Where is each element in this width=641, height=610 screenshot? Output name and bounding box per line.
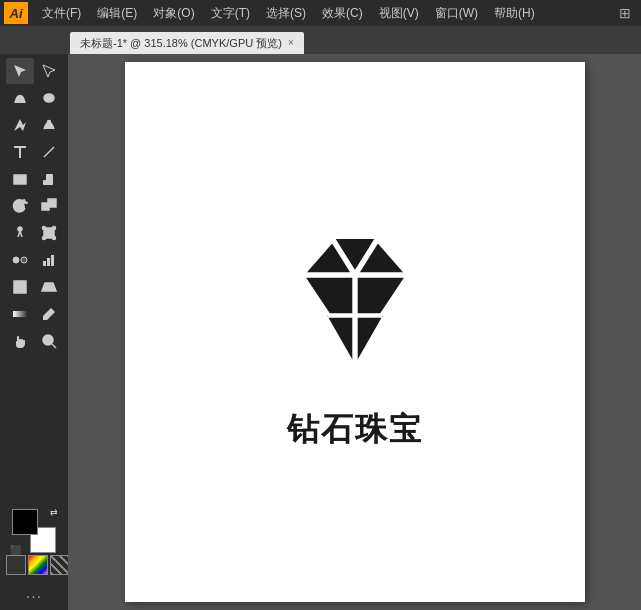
menu-window[interactable]: 窗口(W)	[427, 0, 486, 26]
eraser-tool[interactable]	[35, 166, 63, 192]
line-tool[interactable]	[35, 139, 63, 165]
app-logo: Ai	[4, 2, 28, 24]
blend-tool[interactable]	[6, 247, 34, 273]
gradient-swatch[interactable]	[28, 555, 48, 575]
rect-tool[interactable]	[6, 166, 34, 192]
lasso-tool[interactable]	[35, 85, 63, 111]
svg-rect-4	[14, 175, 26, 184]
foreground-color-swatch[interactable]	[12, 509, 38, 535]
svg-point-12	[52, 227, 55, 230]
menu-select[interactable]: 选择(S)	[258, 0, 314, 26]
hand-tool[interactable]	[6, 328, 34, 354]
curvature-tool[interactable]	[35, 112, 63, 138]
menu-text[interactable]: 文字(T)	[203, 0, 258, 26]
tool-row-blend	[2, 247, 66, 273]
tool-row-rect	[2, 166, 66, 192]
diamond-logo: 钻石珠宝	[265, 212, 445, 452]
grid-icon[interactable]: ⊞	[613, 3, 637, 23]
svg-point-11	[42, 227, 45, 230]
extra-swatches	[6, 555, 68, 575]
menu-help[interactable]: 帮助(H)	[486, 0, 543, 26]
svg-point-16	[21, 257, 27, 263]
svg-rect-8	[48, 199, 56, 207]
slice-tool[interactable]	[6, 274, 34, 300]
svg-rect-19	[51, 255, 54, 266]
svg-point-0	[44, 94, 54, 102]
svg-line-25	[52, 344, 56, 348]
tool-row-warp	[2, 85, 66, 111]
puppet-warp-tool[interactable]	[6, 220, 34, 246]
eyedropper-tool[interactable]	[35, 301, 63, 327]
swap-colors-icon[interactable]: ⇄	[50, 507, 58, 517]
toolbar: ⬛ ⇄ ...	[0, 54, 68, 610]
scale-tool[interactable]	[35, 193, 63, 219]
svg-point-15	[13, 257, 19, 263]
column-graph-tool[interactable]	[35, 247, 63, 273]
menu-view[interactable]: 视图(V)	[371, 0, 427, 26]
pattern-swatch[interactable]	[50, 555, 68, 575]
menu-object[interactable]: 对象(O)	[145, 0, 202, 26]
menu-edit[interactable]: 编辑(E)	[89, 0, 145, 26]
toolbar-more-button[interactable]: ...	[2, 580, 66, 606]
canvas-area: 钻石珠宝	[68, 54, 641, 610]
window-controls: ⊞	[613, 3, 637, 23]
tab-title: 未标题-1* @ 315.18% (CMYK/GPU 预览)	[80, 36, 282, 51]
svg-point-14	[52, 237, 55, 240]
svg-rect-6	[46, 174, 53, 181]
zoom-tool[interactable]	[35, 328, 63, 354]
tab-bar: 未标题-1* @ 315.18% (CMYK/GPU 预览) ×	[0, 26, 641, 54]
tool-row-rotate	[2, 193, 66, 219]
warp-tool[interactable]	[6, 85, 34, 111]
type-tool[interactable]	[6, 139, 34, 165]
menu-items: 文件(F) 编辑(E) 对象(O) 文字(T) 选择(S) 效果(C) 视图(V…	[34, 0, 543, 26]
none-swatch[interactable]	[6, 555, 26, 575]
tool-row-pen	[2, 112, 66, 138]
svg-rect-3	[19, 146, 21, 158]
svg-rect-23	[13, 311, 27, 317]
document-tab[interactable]: 未标题-1* @ 315.18% (CMYK/GPU 预览) ×	[70, 32, 304, 54]
pen-tool[interactable]	[6, 112, 34, 138]
menu-file[interactable]: 文件(F)	[34, 0, 89, 26]
tool-row-select	[2, 58, 66, 84]
tool-row-gradient	[2, 301, 66, 327]
diamond-icon	[265, 212, 445, 392]
svg-rect-18	[47, 258, 50, 266]
select-tool[interactable]	[6, 58, 34, 84]
menu-effect[interactable]: 效果(C)	[314, 0, 371, 26]
diamond-label: 钻石珠宝	[287, 408, 423, 452]
main-area: ⬛ ⇄ ...	[0, 54, 641, 610]
svg-rect-17	[43, 261, 46, 266]
svg-point-1	[47, 121, 50, 124]
svg-point-13	[42, 237, 45, 240]
tool-row-type	[2, 139, 66, 165]
perspective-tool[interactable]	[35, 274, 63, 300]
rotate-tool[interactable]	[6, 193, 34, 219]
direct-select-tool[interactable]	[35, 58, 63, 84]
tool-row-zoom	[2, 328, 66, 354]
menu-bar: Ai 文件(F) 编辑(E) 对象(O) 文字(T) 选择(S) 效果(C) 视…	[0, 0, 641, 26]
tab-close-button[interactable]: ×	[288, 38, 294, 48]
canvas-document: 钻石珠宝	[125, 62, 585, 602]
svg-point-9	[18, 227, 22, 231]
reset-colors-icon[interactable]: ⬛	[10, 545, 21, 555]
tool-row-slice	[2, 274, 66, 300]
gradient-tool[interactable]	[6, 301, 34, 327]
tool-row-puppet	[2, 220, 66, 246]
svg-point-24	[43, 335, 53, 345]
color-swatches[interactable]: ⬛ ⇄	[12, 509, 56, 553]
free-transform-tool[interactable]	[35, 220, 63, 246]
color-section: ⬛ ⇄	[2, 505, 66, 579]
